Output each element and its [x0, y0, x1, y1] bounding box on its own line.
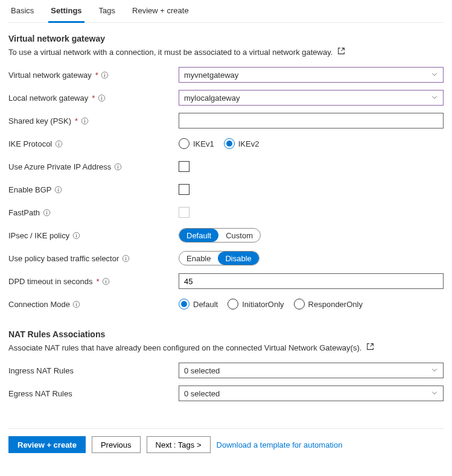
tab-review[interactable]: Review + create — [130, 0, 191, 22]
ipsec-custom-pill[interactable]: Custom — [218, 229, 260, 242]
svg-point-22 — [76, 233, 77, 234]
info-icon[interactable] — [54, 139, 63, 148]
label-psk: Shared key (PSK) — [8, 116, 71, 125]
svg-rect-26 — [126, 258, 126, 260]
info-icon[interactable] — [54, 185, 63, 194]
ipsec-policy-toggle[interactable]: Default Custom — [179, 228, 261, 243]
fastpath-checkbox — [179, 207, 189, 218]
svg-rect-20 — [46, 212, 47, 214]
policy-enable-pill[interactable]: Enable — [179, 252, 218, 265]
section-vng-title: Virtual network gateway — [8, 34, 444, 43]
svg-point-19 — [46, 211, 46, 211]
svg-rect-17 — [58, 189, 59, 191]
tab-basics[interactable]: Basics — [8, 0, 36, 22]
info-icon[interactable] — [102, 277, 110, 285]
learn-more-vng-link[interactable] — [337, 47, 345, 57]
review-create-button[interactable]: Review + create — [8, 436, 86, 453]
chevron-down-icon — [431, 389, 438, 398]
svg-rect-29 — [106, 281, 106, 283]
svg-point-31 — [76, 302, 77, 303]
footer-bar: Review + create Previous Next : Tags > D… — [8, 428, 444, 453]
next-button[interactable]: Next : Tags > — [147, 436, 211, 453]
chevron-down-icon — [431, 94, 438, 103]
label-fastpath: FastPath — [8, 208, 40, 217]
tab-settings[interactable]: Settings — [48, 0, 84, 23]
svg-point-25 — [126, 256, 126, 257]
download-template-link[interactable]: Download a template for automation — [217, 440, 343, 449]
policy-selector-toggle[interactable]: Enable Disable — [179, 251, 259, 265]
section-vng-desc: To use a virtual network with a connecti… — [8, 47, 444, 57]
required-marker: * — [95, 71, 98, 80]
label-lng: Local network gateway — [8, 94, 88, 103]
ingress-nat-dropdown[interactable]: 0 selected — [179, 363, 444, 378]
label-ike: IKE Protocol — [8, 139, 52, 148]
info-icon[interactable] — [97, 94, 106, 102]
tab-bar: Basics Settings Tags Review + create — [8, 0, 444, 23]
info-icon[interactable] — [101, 71, 109, 79]
label-vng: Virtual network gateway — [8, 71, 92, 80]
required-marker: * — [75, 116, 78, 125]
svg-point-28 — [106, 279, 106, 280]
learn-more-nat-link[interactable] — [366, 343, 374, 352]
svg-rect-14 — [118, 166, 118, 168]
section-nat-desc: Associate NAT rules that have already be… — [8, 343, 444, 352]
psk-input[interactable] — [179, 113, 444, 129]
required-marker: * — [96, 277, 99, 286]
svg-rect-2 — [104, 74, 105, 77]
required-marker: * — [92, 94, 95, 103]
info-icon[interactable] — [72, 231, 80, 240]
label-bgp: Enable BGP — [8, 185, 52, 194]
lng-dropdown[interactable]: mylocalgateway — [179, 90, 444, 106]
label-policy-selector: Use policy based traffic selector — [8, 254, 119, 263]
svg-point-4 — [101, 96, 102, 97]
svg-rect-23 — [76, 235, 77, 237]
chevron-down-icon — [431, 71, 438, 80]
svg-rect-11 — [59, 143, 59, 145]
dpd-input[interactable] — [179, 273, 444, 289]
connmode-initiator-radio[interactable]: InitiatorOnly — [228, 299, 284, 309]
svg-point-10 — [59, 142, 59, 142]
svg-point-1 — [104, 73, 105, 74]
connmode-responder-radio[interactable]: ResponderOnly — [294, 299, 363, 309]
info-icon[interactable] — [121, 254, 130, 262]
svg-point-13 — [118, 165, 118, 165]
bgp-checkbox[interactable] — [179, 184, 189, 195]
ipsec-default-pill[interactable]: Default — [179, 229, 218, 242]
info-icon[interactable] — [113, 162, 122, 171]
policy-disable-pill[interactable]: Disable — [218, 252, 258, 265]
label-dpd: DPD timeout in seconds — [8, 277, 92, 286]
connmode-default-radio[interactable]: Default — [179, 299, 218, 309]
previous-button[interactable]: Previous — [92, 436, 141, 453]
tab-tags[interactable]: Tags — [97, 0, 118, 22]
info-icon[interactable] — [42, 208, 51, 217]
svg-point-7 — [84, 119, 84, 119]
svg-point-16 — [58, 188, 59, 188]
vng-dropdown[interactable]: myvnetgateway — [179, 67, 444, 83]
info-icon[interactable] — [72, 300, 81, 308]
svg-rect-5 — [101, 97, 102, 100]
private-ip-checkbox[interactable] — [179, 161, 189, 172]
svg-rect-8 — [84, 120, 85, 122]
svg-rect-32 — [76, 303, 77, 306]
label-connection-mode: Connection Mode — [8, 300, 70, 309]
ike-v2-radio[interactable]: IKEv2 — [224, 138, 259, 149]
label-ingress-nat: Ingress NAT Rules — [8, 366, 74, 375]
label-egress-nat: Egress NAT Rules — [8, 389, 72, 398]
egress-nat-dropdown[interactable]: 0 selected — [179, 386, 444, 401]
section-nat-title: NAT Rules Associations — [8, 329, 444, 339]
label-ipsec: IPsec / IKE policy — [8, 231, 69, 240]
chevron-down-icon — [431, 366, 438, 375]
info-icon[interactable] — [80, 116, 89, 125]
label-private-ip: Use Azure Private IP Address — [8, 162, 111, 171]
ike-v1-radio[interactable]: IKEv1 — [179, 138, 214, 149]
